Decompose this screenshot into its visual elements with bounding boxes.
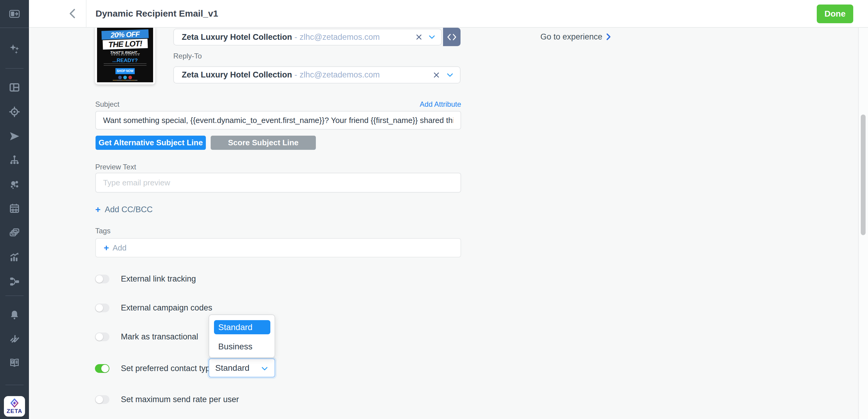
docs-icon[interactable]: A xyxy=(0,353,29,372)
chevron-down-icon[interactable] xyxy=(447,73,453,77)
toggle-row: External link tracking xyxy=(95,274,196,283)
toggle-label: Set maximum send rate per user xyxy=(121,395,239,404)
toggle-knob xyxy=(96,333,103,340)
googleplus-icon xyxy=(128,76,132,79)
calendar-icon[interactable] xyxy=(0,199,29,218)
plus-icon: + xyxy=(104,243,109,252)
sidebar-divider xyxy=(0,27,29,28)
toggle-label: External campaign codes xyxy=(121,303,212,312)
zeta-logo-text: ZETA xyxy=(7,408,22,415)
from-name: Zeta Luxury Hotel Collection xyxy=(182,33,292,42)
reply-to-select[interactable]: Zeta Luxury Hotel Collection - zlhc@zeta… xyxy=(173,66,461,84)
tags-add-label: Add xyxy=(113,243,127,252)
chevron-down-icon xyxy=(261,363,268,373)
done-button[interactable]: Done xyxy=(817,4,853,23)
chevron-down-icon[interactable] xyxy=(429,35,435,39)
reply-to-email: zlhc@zetademos.com xyxy=(300,70,380,80)
dropdown-option-business[interactable]: Business xyxy=(218,341,253,352)
toggle-knob xyxy=(96,396,103,403)
set-preferred-contact-type-toggle[interactable] xyxy=(95,364,110,373)
scrollbar-track xyxy=(858,28,868,419)
header-divider xyxy=(86,0,87,27)
contact-type-selected-value: Standard xyxy=(215,363,250,373)
facebook-icon xyxy=(118,76,122,79)
contact-type-select[interactable]: Standard xyxy=(209,358,275,378)
from-separator: - xyxy=(294,33,297,42)
tags-label: Tags xyxy=(95,227,111,235)
thumb-banner-2: THE LOT! xyxy=(102,38,148,50)
thumb-social-icons xyxy=(97,76,153,79)
sidebar-divider xyxy=(5,295,24,296)
toggle-row: Set preferred contact type xyxy=(95,364,215,373)
mark-as-transactional-toggle[interactable] xyxy=(95,332,110,341)
toggle-label: External link tracking xyxy=(121,274,196,283)
audience-icon[interactable] xyxy=(0,175,29,194)
sidebar-divider xyxy=(5,385,24,385)
thumb-banner-1: 20% OFF xyxy=(101,29,149,40)
clear-reply-to-icon[interactable] xyxy=(433,71,440,79)
page-title: Dynamic Recipient Email_v1 xyxy=(96,0,218,27)
add-cc-bcc-link[interactable]: + Add CC/BCC xyxy=(95,204,153,215)
toggle-label: Mark as transactional xyxy=(121,332,198,341)
back-button[interactable] xyxy=(64,0,81,27)
notifications-icon[interactable] xyxy=(0,305,29,325)
toggle-label: Set preferred contact type xyxy=(121,364,215,373)
add-attribute-link[interactable]: Add Attribute xyxy=(420,100,461,109)
thumb-cta-button: SHOP NOW xyxy=(116,68,134,74)
send-icon[interactable] xyxy=(0,127,29,146)
reports-icon[interactable] xyxy=(0,247,29,267)
sidebar-collapse-icon[interactable] xyxy=(0,4,29,24)
toggle-row: Mark as transactional xyxy=(95,332,198,341)
toggle-knob xyxy=(96,304,103,312)
chevron-right-icon xyxy=(606,33,611,40)
reply-to-name: Zeta Luxury Hotel Collection xyxy=(182,70,292,80)
thumb-subline xyxy=(111,54,139,56)
score-subject-button[interactable]: Score Subject Line xyxy=(211,136,316,150)
code-view-button[interactable] xyxy=(443,28,461,46)
main-content: 20% OFF THE LOT! THAT'S RIGHT... ...READ… xyxy=(29,28,868,419)
clear-from-icon[interactable] xyxy=(415,33,423,41)
ai-sparkles-icon[interactable] xyxy=(0,39,29,58)
dropdown-option-standard[interactable]: Standard xyxy=(214,320,270,334)
header: Dynamic Recipient Email_v1 Done xyxy=(29,0,868,28)
subject-label: Subject xyxy=(95,100,119,109)
sidebar-divider xyxy=(5,68,24,69)
get-alternative-subject-button[interactable]: Get Alternative Subject Line xyxy=(96,136,206,150)
external-campaign-codes-toggle[interactable] xyxy=(95,304,110,312)
subject-input[interactable] xyxy=(95,111,461,130)
zeta-logo[interactable]: ZETA xyxy=(4,396,25,417)
reply-to-label: Reply-To xyxy=(173,52,202,60)
signal-icon[interactable] xyxy=(0,329,29,348)
scrollbar-thumb[interactable] xyxy=(861,115,866,235)
email-settings-page: A ZETA Dynamic Recipient Email_v1 Done 2… xyxy=(0,0,868,419)
from-select[interactable]: Zeta Luxury Hotel Collection - zlhc@zeta… xyxy=(173,29,442,46)
sidebar: A ZETA xyxy=(0,0,29,419)
twitter-icon xyxy=(123,76,127,79)
contact-type-dropdown-menu: Standard Business xyxy=(209,315,275,358)
add-cc-bcc-label: Add CC/BCC xyxy=(105,205,153,214)
dashboard-icon[interactable] xyxy=(0,78,29,97)
tags-add-area[interactable]: + Add xyxy=(95,238,461,258)
preview-text-input[interactable] xyxy=(95,173,461,192)
templates-icon[interactable] xyxy=(0,224,29,243)
from-email: zlhc@zetademos.com xyxy=(300,33,380,42)
toggle-knob xyxy=(96,275,103,283)
thumb-footer-text xyxy=(113,80,137,81)
toggle-knob xyxy=(101,365,109,372)
reply-to-separator: - xyxy=(294,70,297,80)
email-thumbnail-image: 20% OFF THE LOT! THAT'S RIGHT... ...READ… xyxy=(97,28,153,82)
journey-icon[interactable] xyxy=(0,150,29,170)
external-link-tracking-toggle[interactable] xyxy=(95,275,110,283)
preview-text-label: Preview Text xyxy=(95,163,136,171)
go-to-experience-link[interactable]: Go to experience xyxy=(540,29,611,44)
toggle-row: Set maximum send rate per user xyxy=(95,395,239,404)
svg-text:A: A xyxy=(12,361,14,363)
thumb-paragraph xyxy=(104,63,146,66)
go-to-experience-label: Go to experience xyxy=(540,32,602,41)
flows-icon[interactable] xyxy=(0,272,29,291)
plus-icon: + xyxy=(95,205,101,214)
toggle-row: External campaign codes xyxy=(95,303,212,312)
set-max-send-rate-toggle[interactable] xyxy=(95,395,110,404)
email-thumbnail[interactable]: 20% OFF THE LOT! THAT'S RIGHT... ...READ… xyxy=(95,28,155,84)
target-icon[interactable] xyxy=(0,102,29,121)
